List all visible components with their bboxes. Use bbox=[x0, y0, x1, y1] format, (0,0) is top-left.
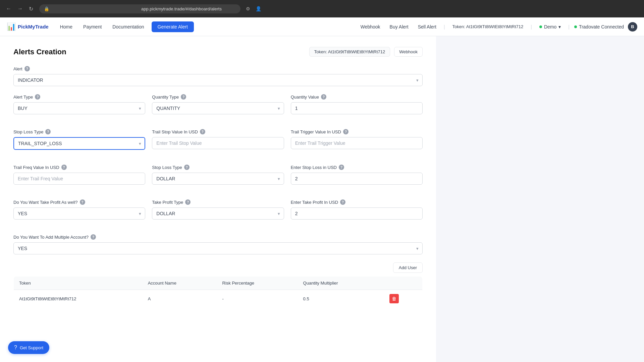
alert-type-wrapper: BUY bbox=[13, 102, 145, 114]
main-content: Alerts Creation Token: At1tGt9tTt8tWtEt8… bbox=[0, 36, 436, 362]
extensions-button[interactable]: ⚙ bbox=[245, 5, 252, 13]
row-actions: 🗑 bbox=[384, 290, 423, 308]
nav-payment[interactable]: Payment bbox=[78, 22, 106, 32]
add-user-button[interactable]: Add User bbox=[393, 262, 423, 273]
alert-type-label: Alert Type ? bbox=[13, 94, 145, 100]
trail-freq-label: Trail Freq Value In USD ? bbox=[13, 165, 145, 170]
quantity-type-info-icon[interactable]: ? bbox=[181, 94, 186, 100]
table-header-row-tr: Token Account Name Risk Percentage Quant… bbox=[14, 277, 423, 290]
enter-take-profit-info-icon[interactable]: ? bbox=[340, 199, 345, 205]
col-quantity-multiplier: Quantity Multiplier bbox=[298, 277, 384, 290]
support-icon: ? bbox=[14, 345, 17, 351]
row-account-name: A bbox=[143, 290, 217, 308]
take-profit-question-wrapper: YES bbox=[13, 207, 145, 220]
take-profit-type-section: Take Profit Type ? DOLLAR bbox=[152, 199, 284, 220]
trail-stop-value-info-icon[interactable]: ? bbox=[200, 129, 205, 134]
tradovate-connected-status: Tradovate Connected bbox=[574, 24, 624, 29]
alert-select[interactable]: INDICATOR bbox=[13, 74, 423, 86]
get-support-button[interactable]: ? Get Support bbox=[8, 341, 49, 354]
logo-icon: 📊 bbox=[7, 22, 16, 31]
enter-stop-loss-section: Enter Stop Loss in USD ? bbox=[291, 165, 423, 185]
row-stop-trail: Stop Loss Type ? TRAIL_STOP_LOSS Trail S… bbox=[13, 129, 423, 158]
header-buy-alert-link[interactable]: Buy Alert bbox=[387, 23, 411, 31]
nav-documentation[interactable]: Documentation bbox=[108, 22, 149, 32]
nav-links: Home Payment Documentation Generate Aler… bbox=[55, 21, 194, 32]
row-alert-type-qty: Alert Type ? BUY Quantity Type ? QUANTIT… bbox=[13, 94, 423, 122]
table-header-row: Add User bbox=[13, 262, 423, 273]
demo-selector[interactable]: Demo ▾ bbox=[537, 23, 564, 31]
address-bar[interactable]: 🔒 app.pickmytrade.trade/#/dashboard/aler… bbox=[39, 4, 240, 13]
take-profit-type-label: Take Profit Type ? bbox=[152, 199, 284, 205]
stop-loss-type-info-icon[interactable]: ? bbox=[45, 129, 51, 134]
header-webhook-link[interactable]: Webhook bbox=[358, 23, 383, 31]
delete-row-button[interactable]: 🗑 bbox=[389, 294, 399, 303]
trail-freq-info-icon[interactable]: ? bbox=[61, 165, 67, 170]
col-account-name: Account Name bbox=[143, 277, 217, 290]
table-section: Add User Token Account Name Risk Percent… bbox=[13, 262, 423, 308]
trail-trigger-section: Trail Trigger Value In USD ? bbox=[291, 129, 423, 150]
enter-take-profit-section: Enter Take Profit In USD ? bbox=[291, 199, 423, 220]
stop-loss-type2-info-icon[interactable]: ? bbox=[184, 165, 190, 170]
enter-stop-loss-input[interactable] bbox=[291, 173, 423, 185]
profile-button[interactable]: 👤 bbox=[254, 5, 263, 13]
header-token: Token: At1tGt9tTt8tWtEt8tYtMtRt712 bbox=[450, 23, 526, 31]
alert-info-icon[interactable]: ? bbox=[24, 66, 30, 71]
header-sell-alert-link[interactable]: Sell Alert bbox=[415, 23, 439, 31]
quantity-value-info-icon[interactable]: ? bbox=[321, 94, 326, 100]
logo-area: 📊 PickMyTrade bbox=[7, 22, 49, 31]
take-profit-type-select[interactable]: DOLLAR bbox=[152, 207, 284, 220]
page-title: Alerts Creation bbox=[13, 48, 66, 56]
take-profit-question-info-icon[interactable]: ? bbox=[80, 199, 85, 205]
row-risk-percentage: - bbox=[217, 290, 298, 308]
alert-select-wrapper: INDICATOR bbox=[13, 74, 423, 86]
enter-take-profit-input[interactable] bbox=[291, 207, 423, 220]
quantity-value-section: Quantity Value ? bbox=[291, 94, 423, 114]
refresh-button[interactable]: ↻ bbox=[27, 4, 35, 13]
alert-section: Alert ? INDICATOR bbox=[13, 66, 423, 86]
back-button[interactable]: ← bbox=[4, 4, 13, 13]
nav-home[interactable]: Home bbox=[55, 22, 77, 32]
url-text: app.pickmytrade.trade/#/dashboard/alerts bbox=[141, 6, 236, 11]
take-profit-question-select[interactable]: YES bbox=[13, 207, 145, 220]
multiple-account-section: Do You Want To Add Multiple Account? ? Y… bbox=[13, 234, 423, 254]
trail-stop-value-section: Trail Stop Value In USD ? bbox=[152, 129, 284, 150]
table-body: At1tGt9tTt8tWtEt8tYtMtRt712 A - 0.5 🗑 bbox=[14, 290, 423, 308]
quantity-value-input[interactable] bbox=[291, 102, 423, 114]
enter-stop-loss-info-icon[interactable]: ? bbox=[339, 165, 344, 170]
page-title-actions: Token: At1tGt9tTt8tWtEt8tYtMtRt712 Webho… bbox=[309, 47, 423, 57]
trail-trigger-input[interactable] bbox=[291, 137, 423, 149]
enter-stop-loss-label: Enter Stop Loss in USD ? bbox=[291, 165, 423, 170]
stop-loss-type2-select[interactable]: DOLLAR bbox=[152, 173, 284, 185]
page-title-row: Alerts Creation Token: At1tGt9tTt8tWtEt8… bbox=[13, 47, 423, 57]
take-profit-type-info-icon[interactable]: ? bbox=[185, 199, 191, 205]
multiple-account-info-icon[interactable]: ? bbox=[91, 234, 96, 240]
table-row: At1tGt9tTt8tWtEt8tYtMtRt712 A - 0.5 🗑 bbox=[14, 290, 423, 308]
col-risk-percentage: Risk Percentage bbox=[217, 277, 298, 290]
alert-type-info-icon[interactable]: ? bbox=[35, 94, 40, 100]
alert-type-select[interactable]: BUY bbox=[13, 102, 145, 114]
trail-trigger-info-icon[interactable]: ? bbox=[343, 129, 348, 134]
user-avatar-button[interactable]: B bbox=[628, 22, 637, 32]
tradovate-connected-label: Tradovate Connected bbox=[579, 24, 624, 29]
browser-chrome: ← → ↻ 🔒 app.pickmytrade.trade/#/dashboar… bbox=[0, 0, 644, 17]
logo-text: PickMyTrade bbox=[18, 24, 49, 29]
support-label: Get Support bbox=[20, 345, 43, 350]
stop-loss-type2-section: Stop Loss Type ? DOLLAR bbox=[152, 165, 284, 185]
token-display: Token: At1tGt9tTt8tWtEt8tYtMtRt712 bbox=[309, 47, 390, 57]
trail-stop-value-input[interactable] bbox=[152, 137, 284, 149]
generate-alert-button[interactable]: Generate Alert bbox=[152, 21, 194, 32]
quantity-type-select[interactable]: QUANTITY bbox=[152, 102, 284, 114]
quantity-type-section: Quantity Type ? QUANTITY bbox=[152, 94, 284, 114]
app-header: 📊 PickMyTrade Home Payment Documentation… bbox=[0, 17, 644, 36]
forward-button[interactable]: → bbox=[15, 4, 25, 13]
multiple-account-select[interactable]: YES bbox=[13, 242, 423, 254]
row-quantity-multiplier: 0.5 bbox=[298, 290, 384, 308]
stop-loss-type2-label: Stop Loss Type ? bbox=[152, 165, 284, 170]
quantity-value-label: Quantity Value ? bbox=[291, 94, 423, 100]
stop-loss-type-wrapper: TRAIL_STOP_LOSS bbox=[13, 137, 145, 150]
trail-freq-input[interactable] bbox=[13, 173, 145, 185]
webhook-button[interactable]: Webhook bbox=[394, 47, 423, 57]
stop-loss-type-select[interactable]: TRAIL_STOP_LOSS bbox=[13, 137, 145, 150]
row-take-profit: Do You Want Take Profit As well? ? YES T… bbox=[13, 199, 423, 228]
stop-loss-type-label: Stop Loss Type ? bbox=[13, 129, 145, 134]
